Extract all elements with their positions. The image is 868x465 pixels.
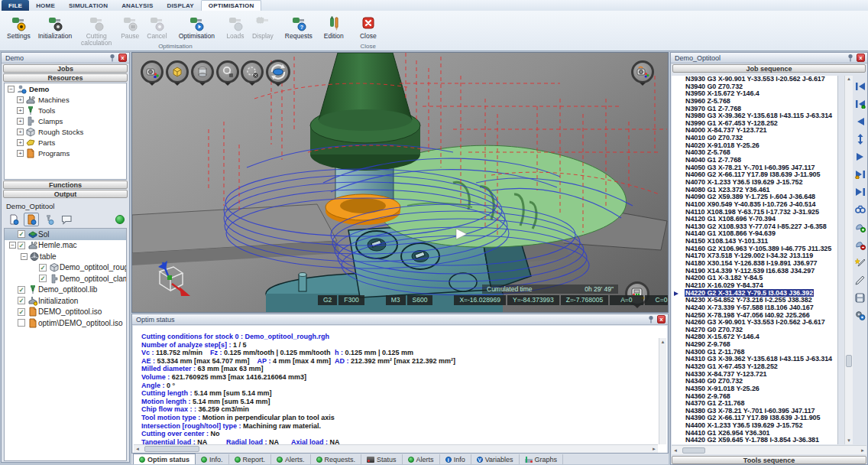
binoculars-icon[interactable] xyxy=(854,203,866,216)
comment-icon[interactable] xyxy=(59,213,74,226)
checkbox[interactable] xyxy=(39,275,47,282)
checkbox[interactable] xyxy=(18,242,25,249)
tool-remove-icon[interactable] xyxy=(854,239,866,251)
checkbox[interactable] xyxy=(18,308,25,316)
expand-icon[interactable]: + xyxy=(17,139,24,146)
tree-item-machines[interactable]: + Machines xyxy=(5,94,126,105)
tab-status[interactable]: Status xyxy=(361,454,403,464)
tool-config-icon[interactable] xyxy=(41,213,57,226)
expand-icon[interactable]: + xyxy=(17,107,24,114)
tab-info-dot[interactable]: Info. xyxy=(196,454,229,464)
jobs-bar[interactable]: Jobs xyxy=(3,64,128,73)
step-forward-marked-icon[interactable] xyxy=(854,168,866,180)
rotate-icon[interactable] xyxy=(266,60,290,84)
play-forward-icon[interactable] xyxy=(854,151,866,163)
new-document-icon[interactable] xyxy=(6,213,21,226)
tree-item-programs[interactable]: + Programs xyxy=(5,148,126,158)
optim-horizontal-scrollbar[interactable]: ◄► xyxy=(134,444,658,453)
pin-icon[interactable] xyxy=(648,315,655,324)
tab-file[interactable]: FILE xyxy=(2,0,29,11)
scrollbar-thumb[interactable] xyxy=(846,355,852,367)
zoom-icon[interactable] xyxy=(216,60,239,83)
tree-item-demo[interactable]: − Demo xyxy=(5,83,126,94)
collapse-icon[interactable]: − xyxy=(21,253,28,260)
go-first-marked-icon[interactable] xyxy=(854,98,866,110)
play-backward-icon[interactable] xyxy=(854,115,866,128)
tab-display[interactable]: DISPLAY xyxy=(160,0,200,11)
expand-icon[interactable]: + xyxy=(17,96,24,103)
close-icon[interactable]: x xyxy=(857,54,865,62)
functions-bar[interactable]: Functions xyxy=(3,180,128,189)
gcode-vertical-scrollbar[interactable]: ▲ ▼ xyxy=(844,76,853,444)
project-item-rough[interactable]: Demo_optitool_rough.rgh xyxy=(5,262,126,274)
tab-requests[interactable]: Requests. xyxy=(311,454,362,464)
tab-optimisation[interactable]: OPTIMISATION xyxy=(201,0,262,11)
checkbox[interactable] xyxy=(18,297,25,304)
project-item-clamp[interactable]: Demo_optitool_clamp.clp xyxy=(5,273,126,285)
tree-item-parts[interactable]: + Parts xyxy=(5,137,126,148)
close-icon[interactable]: x xyxy=(657,315,666,324)
pin-icon[interactable] xyxy=(109,54,116,62)
expand-icon[interactable]: + xyxy=(17,128,24,135)
collapse-icon[interactable]: − xyxy=(8,86,15,93)
expand-icon[interactable]: + xyxy=(17,118,24,125)
tab-alerts[interactable]: Alerts xyxy=(403,454,440,464)
expand-icon[interactable]: + xyxy=(17,150,24,157)
close-optimisation-button[interactable]: Close xyxy=(355,13,381,41)
requests-button[interactable]: ? Requests xyxy=(281,13,316,41)
resources-bar[interactable]: Resources xyxy=(3,73,128,82)
gears-icon[interactable] xyxy=(854,309,866,321)
tab-analysis[interactable]: ANALYSIS xyxy=(115,0,160,11)
checkbox[interactable] xyxy=(39,264,47,272)
tab-simulation[interactable]: SIMULATION xyxy=(62,0,115,11)
save-icon[interactable] xyxy=(854,291,866,304)
tab-alerts-dot[interactable]: Alerts. xyxy=(271,454,311,464)
project-item-sol[interactable]: Sol xyxy=(5,229,126,240)
close-icon[interactable]: x xyxy=(118,54,127,62)
selection-icon[interactable] xyxy=(241,60,264,83)
edit-icon[interactable] xyxy=(854,274,866,286)
tab-variables[interactable]: VVariables xyxy=(471,454,520,464)
loads-button[interactable]: Loads xyxy=(222,13,248,41)
gcode-horizontal-scrollbar[interactable]: ◄► xyxy=(672,445,866,454)
machine-view-icon[interactable] xyxy=(141,60,164,83)
tool-add-icon[interactable] xyxy=(854,221,866,233)
viewport-3d[interactable]: Cumulated time 0h 29' 49" G2 F300 M3 S60… xyxy=(131,52,669,313)
vertical-range-icon[interactable] xyxy=(854,133,866,145)
collapse-icon[interactable]: − xyxy=(9,242,16,249)
go-first-icon[interactable] xyxy=(854,80,866,93)
tools-sequence-bar[interactable]: Tools sequence xyxy=(672,456,866,464)
tab-report[interactable]: Report. xyxy=(229,454,272,464)
document-gear-icon[interactable] xyxy=(24,213,39,226)
tab-graphs[interactable]: Graphs xyxy=(520,454,564,464)
pin-icon[interactable] xyxy=(847,54,854,62)
job-sequence-bar[interactable]: Job sequence xyxy=(672,64,866,73)
view-cube-icon[interactable] xyxy=(166,60,189,83)
display-button[interactable]: Display xyxy=(248,13,277,41)
optim-vertical-scrollbar[interactable]: ▲ xyxy=(659,338,666,444)
project-item-iso[interactable]: DEMO_optitool.iso xyxy=(5,307,126,318)
edition-button[interactable]: Edition xyxy=(320,13,348,41)
gcode-list[interactable]: N3930 G3 X-90.901 Y-33.553 I-20.562 J-6.… xyxy=(672,76,838,444)
tree-item-tools[interactable]: + Tools xyxy=(5,105,126,115)
project-item-optim-iso[interactable]: optim\DEMO_optitool.iso xyxy=(5,317,126,329)
checkbox[interactable] xyxy=(18,319,25,327)
tab-info[interactable]: iInfo xyxy=(440,454,471,464)
project-item-hemle[interactable]: − Hemle.mac xyxy=(5,240,126,252)
output-bar[interactable]: Output xyxy=(3,190,128,198)
capture-view-icon[interactable] xyxy=(631,60,654,83)
project-item-initialization[interactable]: Initialization xyxy=(5,295,126,307)
stock-view-icon[interactable] xyxy=(191,60,214,83)
tab-home[interactable]: HOME xyxy=(29,0,62,11)
pause-button[interactable]: Pause xyxy=(117,13,143,41)
checkbox[interactable] xyxy=(18,230,25,238)
tab-optim-status[interactable]: Optim status xyxy=(133,454,196,464)
go-last-icon[interactable] xyxy=(854,186,866,198)
cancel-button[interactable]: Cancel xyxy=(143,13,170,41)
checkbox[interactable] xyxy=(18,286,25,294)
tree-item-clamps[interactable]: + Clamps xyxy=(5,115,126,126)
tree-item-rough-stocks[interactable]: + Rough Stocks xyxy=(5,126,126,137)
settings-button[interactable]: Settings xyxy=(3,13,34,41)
project-item-lib[interactable]: Demo_optitool.lib xyxy=(5,285,126,296)
edit-new-icon[interactable] xyxy=(854,256,866,268)
